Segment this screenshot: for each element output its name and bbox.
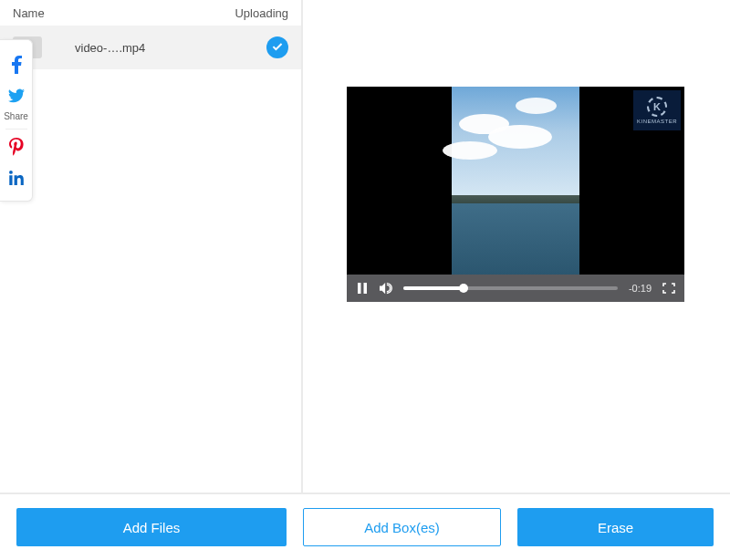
erase-label: Erase — [598, 520, 633, 535]
facebook-icon — [10, 56, 23, 74]
pinterest-icon — [9, 138, 24, 156]
add-boxes-button[interactable]: Add Box(es) — [303, 508, 501, 546]
file-list: video-….mp4 — [0, 26, 301, 560]
file-row[interactable]: video-….mp4 — [0, 26, 301, 69]
video-frame[interactable]: K KINEMASTER — [347, 87, 684, 275]
pause-icon — [358, 283, 367, 294]
add-files-label: Add Files — [123, 520, 181, 535]
video-progress-thumb[interactable] — [459, 284, 468, 293]
kinemaster-watermark: K KINEMASTER — [633, 90, 681, 130]
column-status-header: Uploading — [235, 6, 288, 20]
file-list-header: Name Uploading — [0, 0, 301, 26]
bottom-action-bar: Add Files Add Box(es) Erase — [0, 493, 730, 560]
twitter-share-button[interactable] — [0, 80, 33, 111]
upload-complete-icon — [266, 36, 288, 58]
video-progress-fill — [403, 286, 464, 290]
twitter-icon — [8, 88, 25, 103]
fullscreen-button[interactable] — [662, 282, 675, 295]
file-list-panel: Name Uploading video-….mp4 — [0, 0, 303, 560]
volume-icon — [380, 282, 392, 295]
volume-button[interactable] — [380, 282, 392, 295]
video-progress-bar[interactable] — [403, 286, 618, 290]
erase-button[interactable]: Erase — [517, 508, 714, 546]
video-time-remaining: -0:19 — [629, 283, 652, 294]
file-name: video-….mp4 — [51, 41, 266, 55]
facebook-share-button[interactable] — [0, 49, 33, 80]
file-status — [266, 36, 288, 58]
svg-rect-1 — [364, 283, 368, 294]
column-name-header: Name — [13, 6, 45, 20]
linkedin-icon — [9, 171, 24, 185]
pinterest-share-button[interactable] — [0, 131, 33, 162]
video-controls: -0:19 — [347, 275, 684, 302]
svg-rect-0 — [358, 283, 361, 294]
linkedin-share-button[interactable] — [0, 162, 33, 193]
fullscreen-icon — [662, 283, 675, 294]
watermark-text: KINEMASTER — [637, 119, 677, 124]
add-boxes-label: Add Box(es) — [364, 520, 440, 535]
share-divider — [5, 129, 27, 130]
preview-panel: K KINEMASTER -0:19 — [303, 0, 730, 560]
pause-button[interactable] — [356, 282, 369, 295]
video-content — [452, 87, 579, 275]
video-player: K KINEMASTER -0:19 — [347, 87, 684, 302]
share-rail: Share — [0, 39, 33, 202]
share-label: Share — [4, 111, 28, 127]
add-files-button[interactable]: Add Files — [16, 508, 287, 546]
